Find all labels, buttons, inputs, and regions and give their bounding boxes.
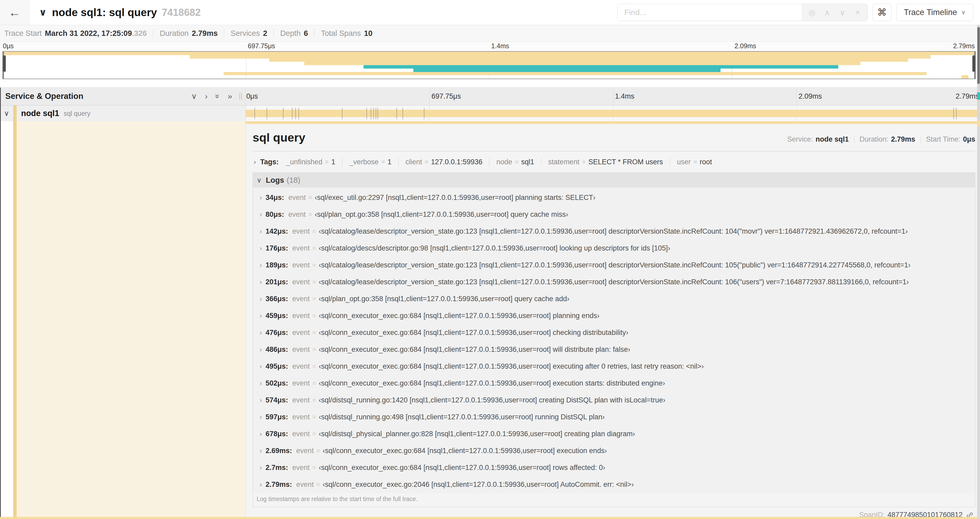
log-timestamp: 574μs: bbox=[266, 396, 288, 404]
tags-label: Tags: bbox=[260, 158, 279, 166]
log-expand-icon[interactable]: › bbox=[256, 481, 266, 489]
equals-sign: = bbox=[312, 396, 316, 404]
log-expand-icon[interactable]: › bbox=[256, 413, 266, 421]
tags-expand-icon[interactable]: › bbox=[254, 158, 256, 166]
span-log-marker bbox=[402, 108, 403, 119]
equals-sign: = bbox=[515, 158, 519, 166]
logs-header[interactable]: ∨ Logs (18) bbox=[253, 173, 975, 187]
log-expand-icon[interactable]: › bbox=[256, 261, 266, 269]
span-row-name-column[interactable]: ∨ node sql1 sql query bbox=[0, 105, 245, 121]
log-expand-icon[interactable]: › bbox=[256, 278, 266, 286]
log-event-value: ‹sql/catalog/lease/descriptor_version_st… bbox=[319, 227, 908, 235]
equals-sign: = bbox=[312, 312, 316, 319]
log-entry-row[interactable]: ›2.79ms:event=‹sql/conn_executor_exec.go… bbox=[253, 476, 975, 493]
log-entry-row[interactable]: ›366μs:event=‹sql/plan_opt.go:358 [nsql1… bbox=[253, 291, 975, 307]
log-timestamp: 678μs: bbox=[266, 430, 288, 438]
collapse-trace-icon[interactable]: ∨ bbox=[39, 7, 47, 18]
log-entry-row[interactable]: ›201μs:event=‹sql/catalog/lease/descript… bbox=[253, 273, 975, 291]
log-event-value: ‹sql/distsql_physical_planner.go:828 [ns… bbox=[319, 430, 635, 438]
clear-search-icon[interactable]: × bbox=[850, 8, 865, 17]
minimap-span-bar bbox=[3, 52, 975, 55]
log-entry-row[interactable]: ›80μs:event=‹sql/plan_opt.go:358 [nsql1,… bbox=[253, 206, 975, 223]
log-entry-row[interactable]: ›176μs:event=‹sql/catalog/descs/descript… bbox=[253, 240, 975, 257]
column-resize-handle[interactable] bbox=[239, 93, 242, 100]
span-duration-bar[interactable] bbox=[246, 110, 980, 117]
equals-sign: = bbox=[312, 278, 316, 286]
trace-start-fraction: .326 bbox=[132, 29, 147, 38]
tag-item: node=sql1 bbox=[489, 158, 541, 166]
expand-one-icon[interactable]: › bbox=[205, 92, 208, 100]
log-entry-row[interactable]: ›459μs:event=‹sql/conn_executor_exec.go:… bbox=[253, 307, 975, 324]
scrollbar-thumb[interactable] bbox=[977, 27, 980, 84]
log-expand-icon[interactable]: › bbox=[256, 295, 266, 303]
log-expand-icon[interactable]: › bbox=[256, 228, 266, 235]
duration-value: 2.79ms bbox=[891, 135, 915, 144]
collapse-one-icon[interactable]: ∨ bbox=[191, 92, 197, 100]
span-log-marker bbox=[953, 108, 954, 119]
minimap-canvas[interactable] bbox=[2, 51, 976, 79]
log-entry-row[interactable]: ›34μs:event=‹sql/exec_util.go:2297 [nsql… bbox=[253, 189, 975, 206]
log-expand-icon[interactable]: › bbox=[256, 211, 266, 218]
log-entry-row[interactable]: ›142μs:event=‹sql/catalog/lease/descript… bbox=[253, 223, 975, 240]
divider bbox=[253, 151, 975, 152]
duration-label: Duration bbox=[160, 29, 189, 38]
log-expand-icon[interactable]: › bbox=[256, 346, 266, 353]
trace-view-dropdown[interactable]: Trace Timeline ∨ bbox=[896, 4, 973, 21]
log-expand-icon[interactable]: › bbox=[256, 363, 266, 370]
span-collapse-icon[interactable]: ∨ bbox=[0, 109, 13, 118]
tick-label: 2.09ms bbox=[799, 92, 822, 100]
bottom-span-strip bbox=[0, 517, 980, 519]
log-expand-icon[interactable]: › bbox=[256, 194, 266, 201]
prev-result-icon[interactable]: ∧ bbox=[819, 8, 835, 17]
vertical-scrollbar[interactable] bbox=[977, 25, 980, 519]
log-entry-row[interactable]: ›476μs:event=‹sql/conn_executor_exec.go:… bbox=[253, 324, 975, 341]
keyboard-shortcuts-button[interactable]: ⌘ bbox=[872, 4, 891, 21]
log-expand-icon[interactable]: › bbox=[256, 430, 266, 438]
span-log-marker bbox=[299, 108, 299, 119]
trace-start: Trace Start March 31 2022, 17:25:09.326 bbox=[4, 29, 147, 38]
scrollbar-tan-mark bbox=[977, 120, 980, 127]
log-entry-row[interactable]: ›597μs:event=‹sql/distsql_running.go:498… bbox=[253, 409, 975, 425]
log-event-value: ‹sql/catalog/lease/descriptor_version_st… bbox=[319, 278, 909, 286]
log-expand-icon[interactable]: › bbox=[256, 329, 266, 337]
minimap-right-scrubber[interactable] bbox=[974, 52, 975, 78]
log-expand-icon[interactable]: › bbox=[256, 464, 266, 471]
logs-collapse-icon[interactable]: ∨ bbox=[256, 176, 262, 184]
back-button[interactable]: ← bbox=[0, 0, 30, 25]
tick-label: 1.4ms bbox=[491, 42, 509, 50]
span-operation-name: sql query bbox=[64, 110, 91, 117]
duration-value: 2.79ms bbox=[192, 29, 218, 38]
locate-icon[interactable]: ◎ bbox=[804, 8, 819, 17]
collapse-all-icon[interactable]: » bbox=[214, 94, 221, 98]
scrubber-grip[interactable] bbox=[972, 55, 975, 72]
timeline-ticks-header: 0μs697.75μs1.4ms2.09ms2.79ms bbox=[245, 87, 980, 105]
log-event-key: event bbox=[293, 261, 310, 269]
log-expand-icon[interactable]: › bbox=[256, 312, 266, 319]
log-entry-row[interactable]: ›502μs:event=‹sql/conn_executor_exec.go:… bbox=[253, 375, 975, 391]
log-event-value: ‹sql/exec_util.go:2297 [nsql1,client=127… bbox=[315, 193, 596, 202]
log-entry-row[interactable]: ›2.69ms:event=‹sql/conn_executor_exec.go… bbox=[253, 442, 975, 459]
log-entry-row[interactable]: ›2.7ms:event=‹sql/conn_executor_exec.go:… bbox=[253, 459, 975, 476]
scrubber-grip[interactable] bbox=[3, 55, 6, 72]
log-expand-icon[interactable]: › bbox=[256, 244, 266, 252]
log-expand-icon[interactable]: › bbox=[256, 447, 266, 455]
log-entry-row[interactable]: ›189μs:event=‹sql/catalog/lease/descript… bbox=[253, 257, 975, 273]
log-event-value: ‹sql/plan_opt.go:358 [nsql1,client=127.0… bbox=[319, 295, 570, 303]
span-bar-cell[interactable] bbox=[245, 105, 980, 121]
minimap-left-scrubber[interactable] bbox=[3, 52, 4, 78]
log-expand-icon[interactable]: › bbox=[256, 396, 266, 404]
log-entry-row[interactable]: ›678μs:event=‹sql/distsql_physical_plann… bbox=[253, 425, 975, 442]
log-entry-row[interactable]: ›486μs:event=‹sql/conn_executor_exec.go:… bbox=[253, 341, 975, 358]
log-event-value: ‹sql/conn_executor_exec.go:684 [nsql1,cl… bbox=[319, 363, 704, 370]
expand-all-icon[interactable]: » bbox=[228, 92, 232, 100]
tag-item: user=root bbox=[670, 158, 719, 166]
log-expand-icon[interactable]: › bbox=[256, 380, 266, 387]
log-entry-row[interactable]: ›495μs:event=‹sql/conn_executor_exec.go:… bbox=[253, 358, 975, 375]
find-input[interactable] bbox=[617, 4, 802, 21]
equals-sign: = bbox=[312, 464, 316, 471]
log-entry-row[interactable]: ›574μs:event=‹sql/distsql_running.go:142… bbox=[253, 391, 975, 409]
log-event-key: event bbox=[293, 227, 310, 235]
tags-row[interactable]: › Tags: _unfinished=1_verbose=1client=12… bbox=[253, 155, 975, 169]
next-result-icon[interactable]: ∨ bbox=[835, 8, 850, 17]
equals-sign: = bbox=[312, 413, 316, 421]
